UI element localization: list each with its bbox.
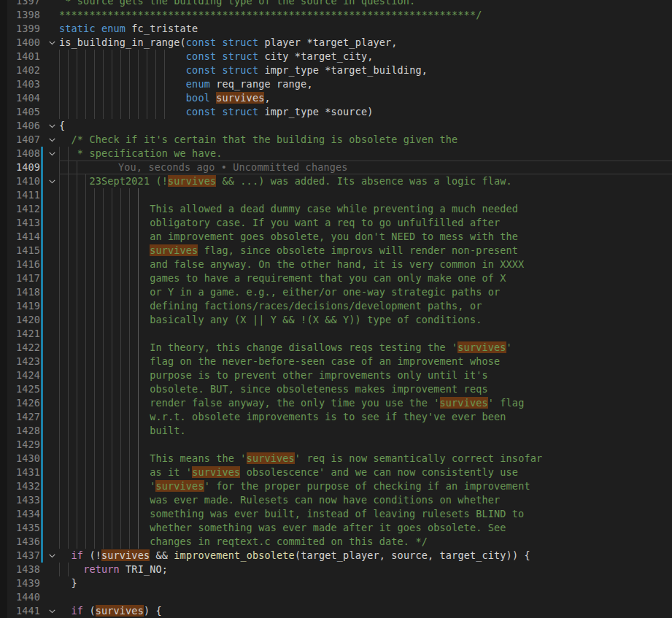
line-number[interactable]: 1405 <box>7 105 40 119</box>
line-number[interactable]: 1434 <box>7 507 40 521</box>
line-number[interactable]: 1419 <box>7 299 40 313</box>
line-number[interactable]: 1415 <box>7 244 40 258</box>
line-number[interactable]: 1420 <box>7 313 40 327</box>
line-number[interactable]: 1439 <box>7 576 40 590</box>
code-text[interactable]: ****************************************… <box>59 8 672 22</box>
line-number[interactable]: 1425 <box>7 382 40 396</box>
line-number[interactable]: 1403 <box>7 77 40 91</box>
modified-change-bar[interactable] <box>40 535 45 549</box>
line-number[interactable]: 1407 <box>7 133 40 147</box>
modified-change-bar[interactable] <box>40 479 45 493</box>
code-text[interactable]: and false anyway. On the other hand, it … <box>59 258 672 271</box>
chevron-down-icon[interactable] <box>45 133 59 147</box>
code-text[interactable]: purpose is to prevent other improvements… <box>59 368 672 382</box>
modified-change-bar[interactable] <box>40 355 45 368</box>
code-text[interactable] <box>59 161 672 174</box>
line-number[interactable]: 1408 <box>7 147 40 161</box>
code-text[interactable]: const struct impr_type *source) <box>59 105 672 119</box>
modified-change-bar[interactable] <box>40 174 45 188</box>
line-number[interactable]: 1426 <box>7 396 40 410</box>
code-text[interactable]: changes in reqtext.c commited on this da… <box>59 535 672 549</box>
chevron-down-icon[interactable] <box>45 119 59 133</box>
modified-change-bar[interactable] <box>40 410 45 424</box>
code-text[interactable]: const struct impr_type *target_building, <box>59 63 672 77</box>
code-text[interactable]: an improvement goes obsolete, you don't … <box>59 230 672 244</box>
line-number[interactable]: 1428 <box>7 424 40 438</box>
code-text[interactable]: obsolete. BUT, since obsoleteness makes … <box>59 382 672 396</box>
modified-change-bar[interactable] <box>40 147 45 161</box>
line-number[interactable]: 1422 <box>7 341 40 355</box>
code-text[interactable]: as it 'survives obsolescence' and we can… <box>59 466 672 479</box>
line-number[interactable]: 1430 <box>7 452 40 466</box>
modified-change-bar[interactable] <box>40 452 45 466</box>
chevron-down-icon[interactable] <box>45 147 59 161</box>
code-text[interactable]: defining factions/races/decisions/develo… <box>59 299 672 313</box>
line-number[interactable]: 1417 <box>7 271 40 285</box>
code-text[interactable]: w.r.t. obsolete improvements is to see i… <box>59 410 672 424</box>
modified-change-bar[interactable] <box>40 188 45 202</box>
modified-change-bar[interactable] <box>40 396 45 410</box>
code-text[interactable]: games to have a requirement that you can… <box>59 271 672 285</box>
modified-change-bar[interactable] <box>40 493 45 507</box>
code-text[interactable]: 23Sept2021 (!survives && ...) was added.… <box>59 174 672 188</box>
code-text[interactable]: built. <box>59 424 672 438</box>
chevron-down-icon[interactable] <box>45 549 59 563</box>
line-number[interactable]: 1435 <box>7 521 40 535</box>
modified-change-bar[interactable] <box>40 341 45 355</box>
code-text[interactable]: flag on the never-before-seen case of an… <box>59 355 672 368</box>
line-number[interactable]: 1418 <box>7 285 40 299</box>
modified-change-bar[interactable] <box>40 313 45 327</box>
modified-change-bar[interactable] <box>40 424 45 438</box>
modified-change-bar[interactable] <box>40 438 45 452</box>
modified-change-bar[interactable] <box>40 521 45 535</box>
line-number[interactable]: 1416 <box>7 258 40 271</box>
code-text[interactable]: return TRI_NO; <box>59 563 672 576</box>
code-text[interactable]: { <box>59 119 672 133</box>
modified-change-bar[interactable] <box>40 161 45 174</box>
code-text[interactable]: This allowed a dead dummy case while pre… <box>59 202 672 216</box>
modified-change-bar[interactable] <box>40 327 45 341</box>
modified-change-bar[interactable] <box>40 368 45 382</box>
modified-change-bar[interactable] <box>40 549 45 563</box>
chevron-down-icon[interactable] <box>45 174 59 188</box>
line-number[interactable]: 1429 <box>7 438 40 452</box>
line-number[interactable]: 1406 <box>7 119 40 133</box>
modified-change-bar[interactable] <box>40 202 45 216</box>
code-text[interactable]: survives flag, since obsolete improvs wi… <box>59 244 672 258</box>
modified-change-bar[interactable] <box>40 507 45 521</box>
code-text[interactable]: was ever made. Rulesets can now have con… <box>59 493 672 507</box>
line-number[interactable]: 1440 <box>7 590 40 604</box>
line-number[interactable]: 1438 <box>7 563 40 576</box>
code-text[interactable]: obligatory case. If you want a req to go… <box>59 216 672 230</box>
code-text[interactable]: whether something was ever made after it… <box>59 521 672 535</box>
line-number[interactable]: 1441 <box>7 604 40 618</box>
line-number[interactable]: 1423 <box>7 355 40 368</box>
code-text[interactable]: if (survives) { <box>59 604 672 618</box>
line-number[interactable]: 1421 <box>7 327 40 341</box>
modified-change-bar[interactable] <box>40 285 45 299</box>
code-text[interactable]: basically any (X || Y && !(X && Y)) type… <box>59 313 672 327</box>
line-number[interactable]: 1427 <box>7 410 40 424</box>
line-number[interactable]: 1437 <box>7 549 40 563</box>
code-text[interactable]: } <box>59 576 672 590</box>
code-text[interactable]: const struct city *target_city, <box>59 50 672 63</box>
line-number[interactable]: 1402 <box>7 63 40 77</box>
code-editor[interactable]: 1397 * source gets the building type of … <box>0 0 672 618</box>
modified-change-bar[interactable] <box>40 299 45 313</box>
code-text[interactable]: In theory, this change disallows reqs te… <box>59 341 672 355</box>
modified-change-bar[interactable] <box>40 382 45 396</box>
line-number[interactable]: 1414 <box>7 230 40 244</box>
line-number[interactable]: 1433 <box>7 493 40 507</box>
code-text[interactable]: 'survives' for the proper purpose of che… <box>59 479 672 493</box>
code-text[interactable] <box>59 327 672 341</box>
line-number[interactable]: 1436 <box>7 535 40 549</box>
line-number[interactable]: 1431 <box>7 466 40 479</box>
code-text[interactable]: * specification we have. <box>59 147 672 161</box>
line-number[interactable]: 1399 <box>7 22 40 36</box>
line-number[interactable]: 1413 <box>7 216 40 230</box>
code-text[interactable]: is_building_in_range(const struct player… <box>59 36 672 50</box>
line-number[interactable]: 1432 <box>7 479 40 493</box>
chevron-down-icon[interactable] <box>45 604 59 618</box>
line-number[interactable]: 1410 <box>7 174 40 188</box>
code-text[interactable]: if (!survives && improvement_obsolete(ta… <box>59 549 672 563</box>
